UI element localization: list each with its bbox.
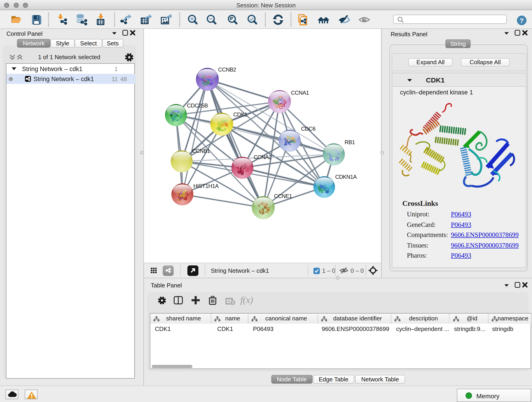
svg-text:HIST1H1A: HIST1H1A xyxy=(193,183,219,189)
svg-text:CDC25B: CDC25B xyxy=(187,102,208,108)
svg-text:RB1: RB1 xyxy=(345,139,355,145)
svg-text:CCNA1: CCNA1 xyxy=(291,89,309,96)
svg-text:CCNB1: CCNB1 xyxy=(192,148,210,154)
svg-text:CDKN1A: CDKN1A xyxy=(335,173,357,180)
svg-text:CCNA2: CCNA2 xyxy=(254,154,272,160)
svg-text:CCNB2: CCNB2 xyxy=(218,66,236,72)
svg-text:CCNE1: CCNE1 xyxy=(274,193,292,199)
svg-text:CDC6: CDC6 xyxy=(301,125,316,132)
svg-text:CDK1: CDK1 xyxy=(233,111,247,117)
